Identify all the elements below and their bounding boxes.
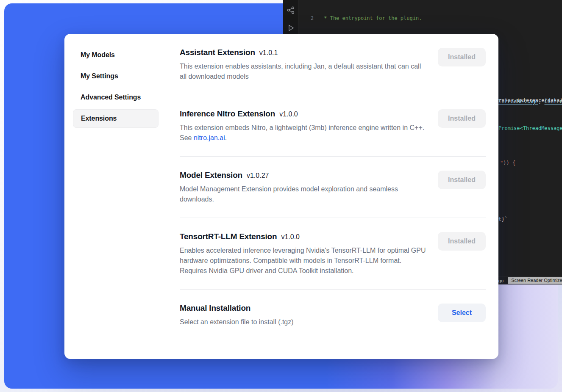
installed-button[interactable]: Installed [438,232,486,251]
extension-description: This extension enables assistants, inclu… [180,61,427,82]
nitro-jan-ai-link[interactable]: nitro.jan.ai [194,134,225,141]
line-number: 2 [298,15,314,22]
extension-title: Assistant Extension [180,48,255,57]
installed-button[interactable]: Installed [438,109,486,128]
sidebar-item-label: Advanced Settings [81,94,141,101]
select-file-button[interactable]: Select [438,304,486,322]
settings-modal: My Models My Settings Advanced Settings … [64,34,498,359]
extensions-list: Assistant Extension v1.0.1 This extensio… [165,34,498,359]
sidebar-item-label: My Settings [81,72,118,80]
extension-version: v1.0.0 [281,233,300,241]
code-fragment: t}` [498,216,508,222]
extension-title: Inference Nitro Extension [180,109,275,119]
extension-description: Enables accelerated inference leveraging… [180,246,427,276]
sidebar-item-my-models[interactable]: My Models [73,46,159,64]
manual-installation-description: Select an extension file to install (.tg… [180,317,427,327]
extension-version: v1.0.1 [259,49,278,57]
extension-description: Model Management Extension provides mode… [180,184,427,204]
code-fragment: Promise<ThreadMessage> [498,125,562,131]
extension-text: Assistant Extension v1.0.1 This extensio… [180,48,427,82]
status-text: go [498,278,504,283]
description-text: Model Management Extension provides mode… [180,185,398,203]
description-text: Enables accelerated inference leveraging… [180,247,426,274]
description-text: Select an extension file to install (.tg… [180,318,294,326]
screen-reader-badge[interactable]: Screen Reader Optimized [508,277,562,284]
manual-installation-item: Manual Installation Select an extension … [180,289,486,340]
code-fragment: rator.inference(data)); [498,97,562,103]
extension-title: TensortRT-LLM Extension [180,232,277,241]
extension-title: Model Extension [180,171,242,180]
manual-installation-title: Manual Installation [180,304,250,313]
sidebar-item-label: Extensions [81,115,117,122]
sidebar-item-my-settings[interactable]: My Settings [73,67,159,86]
extension-description: This extension embeds Nitro, a lightweig… [180,123,427,143]
extension-text: TensortRT-LLM Extension v1.0.0 Enables a… [180,232,427,276]
extension-item-tensorrt: TensortRT-LLM Extension v1.0.0 Enables a… [180,218,486,289]
sidebar-item-label: My Models [81,51,115,59]
extension-item-assistant: Assistant Extension v1.0.1 This extensio… [180,34,486,95]
extension-text: Inference Nitro Extension v1.0.0 This ex… [180,109,427,143]
extension-version: v1.0.0 [279,110,298,118]
extension-text: Manual Installation Select an extension … [180,304,427,327]
installed-button[interactable]: Installed [438,171,486,189]
code-text: * The entrypoint for the plugin. [321,15,422,21]
extension-version: v1.0.27 [247,172,269,179]
code-fragment: ")) { [500,160,515,166]
description-text: This extension enables assistants, inclu… [180,63,421,80]
installed-button[interactable]: Installed [438,48,486,66]
settings-sidebar: My Models My Settings Advanced Settings … [64,34,165,359]
extension-item-model: Model Extension v1.0.27 Model Management… [180,156,486,218]
sidebar-item-extensions[interactable]: Extensions [73,109,159,128]
source-control-icon[interactable] [287,6,295,14]
run-icon[interactable] [287,24,295,32]
description-text: . [225,134,227,141]
extension-item-nitro: Inference Nitro Extension v1.0.0 This ex… [180,95,486,156]
code-line: 2 * The entrypoint for the plugin. [298,15,562,22]
extension-text: Model Extension v1.0.27 Model Management… [180,171,427,204]
sidebar-item-advanced-settings[interactable]: Advanced Settings [73,88,159,107]
